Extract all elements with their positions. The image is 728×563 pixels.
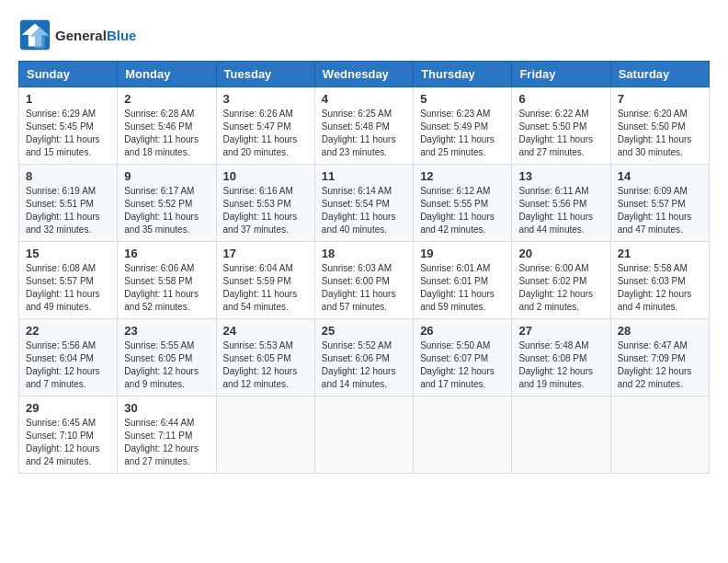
calendar-cell: 12 Sunrise: 6:12 AMSunset: 5:55 PMDaylig… <box>414 165 512 242</box>
day-number: 30 <box>124 401 209 415</box>
day-number: 18 <box>322 247 406 260</box>
week-row-1: 1 Sunrise: 6:29 AMSunset: 5:45 PMDayligh… <box>19 87 710 165</box>
calendar-cell: 28 Sunrise: 6:47 AMSunset: 7:09 PMDaylig… <box>610 319 709 396</box>
day-number: 7 <box>618 92 702 106</box>
cell-info: Sunrise: 6:23 AMSunset: 5:49 PMDaylight:… <box>420 108 505 159</box>
calendar-cell: 27 Sunrise: 5:48 AMSunset: 6:08 PMDaylig… <box>512 319 610 396</box>
day-number: 3 <box>223 92 308 106</box>
cell-info: Sunrise: 5:55 AMSunset: 6:05 PMDaylight:… <box>124 339 209 391</box>
calendar-cell: 4 Sunrise: 6:25 AMSunset: 5:48 PMDayligh… <box>314 87 413 165</box>
cell-info: Sunrise: 6:16 AMSunset: 5:53 PMDaylight:… <box>223 185 308 236</box>
day-number: 21 <box>618 247 702 260</box>
day-number: 23 <box>124 324 209 338</box>
cell-info: Sunrise: 6:00 AMSunset: 6:02 PMDaylight:… <box>518 262 603 314</box>
calendar-cell: 10 Sunrise: 6:16 AMSunset: 5:53 PMDaylig… <box>216 165 314 242</box>
weekday-header-row: SundayMondayTuesdayWednesdayThursdayFrid… <box>19 62 710 87</box>
calendar-cell: 26 Sunrise: 5:50 AMSunset: 6:07 PMDaylig… <box>414 319 512 396</box>
day-number: 27 <box>518 324 603 338</box>
day-number: 15 <box>26 247 110 260</box>
cell-info: Sunrise: 6:29 AMSunset: 5:45 PMDaylight:… <box>26 108 110 159</box>
cell-info: Sunrise: 6:08 AMSunset: 5:57 PMDaylight:… <box>26 262 110 314</box>
calendar-cell: 22 Sunrise: 5:56 AMSunset: 6:04 PMDaylig… <box>19 319 118 396</box>
cell-info: Sunrise: 6:47 AMSunset: 7:09 PMDaylight:… <box>618 339 702 391</box>
calendar-cell: 9 Sunrise: 6:17 AMSunset: 5:52 PMDayligh… <box>118 165 216 242</box>
day-number: 19 <box>420 247 505 260</box>
weekday-header-sunday: Sunday <box>19 62 118 87</box>
cell-info: Sunrise: 6:03 AMSunset: 6:00 PMDaylight:… <box>322 262 406 314</box>
day-number: 5 <box>420 92 505 106</box>
calendar-cell: 6 Sunrise: 6:22 AMSunset: 5:50 PMDayligh… <box>512 87 610 165</box>
week-row-3: 15 Sunrise: 6:08 AMSunset: 5:57 PMDaylig… <box>19 242 710 319</box>
cell-info: Sunrise: 5:58 AMSunset: 6:03 PMDaylight:… <box>618 262 702 314</box>
weekday-header-saturday: Saturday <box>610 62 709 87</box>
logo: GeneralBlue <box>18 18 136 52</box>
week-row-2: 8 Sunrise: 6:19 AMSunset: 5:51 PMDayligh… <box>19 165 710 242</box>
calendar-cell: 29 Sunrise: 6:45 AMSunset: 7:10 PMDaylig… <box>19 396 118 474</box>
day-number: 9 <box>124 169 209 183</box>
weekday-header-friday: Friday <box>512 62 610 87</box>
weekday-header-wednesday: Wednesday <box>314 62 413 87</box>
calendar-cell: 11 Sunrise: 6:14 AMSunset: 5:54 PMDaylig… <box>314 165 413 242</box>
cell-info: Sunrise: 6:28 AMSunset: 5:46 PMDaylight:… <box>124 108 209 159</box>
cell-info: Sunrise: 6:26 AMSunset: 5:47 PMDaylight:… <box>223 108 308 159</box>
day-number: 24 <box>223 324 308 338</box>
calendar-cell: 24 Sunrise: 5:53 AMSunset: 6:05 PMDaylig… <box>216 319 314 396</box>
day-number: 2 <box>124 92 209 106</box>
cell-info: Sunrise: 5:56 AMSunset: 6:04 PMDaylight:… <box>26 339 110 391</box>
day-number: 1 <box>26 92 110 106</box>
calendar-cell: 2 Sunrise: 6:28 AMSunset: 5:46 PMDayligh… <box>118 87 216 165</box>
cell-info: Sunrise: 6:01 AMSunset: 6:01 PMDaylight:… <box>420 262 505 314</box>
cell-info: Sunrise: 6:25 AMSunset: 5:48 PMDaylight:… <box>322 108 406 159</box>
day-number: 6 <box>518 92 603 106</box>
calendar-cell <box>512 396 610 474</box>
calendar-cell: 20 Sunrise: 6:00 AMSunset: 6:02 PMDaylig… <box>512 242 610 319</box>
calendar-cell: 3 Sunrise: 6:26 AMSunset: 5:47 PMDayligh… <box>216 87 314 165</box>
calendar-cell: 13 Sunrise: 6:11 AMSunset: 5:56 PMDaylig… <box>512 165 610 242</box>
day-number: 11 <box>322 169 406 183</box>
cell-info: Sunrise: 5:50 AMSunset: 6:07 PMDaylight:… <box>420 339 505 391</box>
calendar-cell: 18 Sunrise: 6:03 AMSunset: 6:00 PMDaylig… <box>314 242 413 319</box>
cell-info: Sunrise: 6:04 AMSunset: 5:59 PMDaylight:… <box>223 262 308 314</box>
page-header: GeneralBlue <box>18 18 710 52</box>
calendar-cell: 7 Sunrise: 6:20 AMSunset: 5:50 PMDayligh… <box>610 87 709 165</box>
calendar-cell: 14 Sunrise: 6:09 AMSunset: 5:57 PMDaylig… <box>610 165 709 242</box>
calendar-table: SundayMondayTuesdayWednesdayThursdayFrid… <box>18 61 710 474</box>
day-number: 12 <box>420 169 505 183</box>
calendar-cell: 15 Sunrise: 6:08 AMSunset: 5:57 PMDaylig… <box>19 242 118 319</box>
day-number: 8 <box>26 169 110 183</box>
cell-info: Sunrise: 6:12 AMSunset: 5:55 PMDaylight:… <box>420 185 505 236</box>
calendar-cell: 25 Sunrise: 5:52 AMSunset: 6:06 PMDaylig… <box>314 319 413 396</box>
logo-icon <box>18 18 51 52</box>
calendar-cell <box>610 396 709 474</box>
calendar-cell <box>314 396 413 474</box>
week-row-4: 22 Sunrise: 5:56 AMSunset: 6:04 PMDaylig… <box>19 319 710 396</box>
day-number: 13 <box>518 169 603 183</box>
cell-info: Sunrise: 6:22 AMSunset: 5:50 PMDaylight:… <box>518 108 603 159</box>
calendar-cell: 19 Sunrise: 6:01 AMSunset: 6:01 PMDaylig… <box>414 242 512 319</box>
day-number: 22 <box>26 324 110 338</box>
cell-info: Sunrise: 5:48 AMSunset: 6:08 PMDaylight:… <box>518 339 603 391</box>
weekday-header-monday: Monday <box>118 62 216 87</box>
day-number: 4 <box>322 92 406 106</box>
cell-info: Sunrise: 6:20 AMSunset: 5:50 PMDaylight:… <box>618 108 702 159</box>
weekday-header-thursday: Thursday <box>414 62 512 87</box>
calendar-cell <box>414 396 512 474</box>
calendar-cell <box>216 396 314 474</box>
calendar-cell: 1 Sunrise: 6:29 AMSunset: 5:45 PMDayligh… <box>19 87 118 165</box>
day-number: 25 <box>322 324 406 338</box>
cell-info: Sunrise: 6:11 AMSunset: 5:56 PMDaylight:… <box>518 185 603 236</box>
day-number: 10 <box>223 169 308 183</box>
cell-info: Sunrise: 6:09 AMSunset: 5:57 PMDaylight:… <box>618 185 702 236</box>
day-number: 26 <box>420 324 505 338</box>
cell-info: Sunrise: 5:52 AMSunset: 6:06 PMDaylight:… <box>322 339 406 391</box>
calendar-cell: 16 Sunrise: 6:06 AMSunset: 5:58 PMDaylig… <box>118 242 216 319</box>
day-number: 16 <box>124 247 209 260</box>
day-number: 29 <box>26 401 110 415</box>
cell-info: Sunrise: 6:45 AMSunset: 7:10 PMDaylight:… <box>26 417 110 468</box>
cell-info: Sunrise: 6:06 AMSunset: 5:58 PMDaylight:… <box>124 262 209 314</box>
calendar-cell: 8 Sunrise: 6:19 AMSunset: 5:51 PMDayligh… <box>19 165 118 242</box>
cell-info: Sunrise: 6:17 AMSunset: 5:52 PMDaylight:… <box>124 185 209 236</box>
weekday-header-tuesday: Tuesday <box>216 62 314 87</box>
day-number: 14 <box>618 169 702 183</box>
cell-info: Sunrise: 6:14 AMSunset: 5:54 PMDaylight:… <box>322 185 406 236</box>
